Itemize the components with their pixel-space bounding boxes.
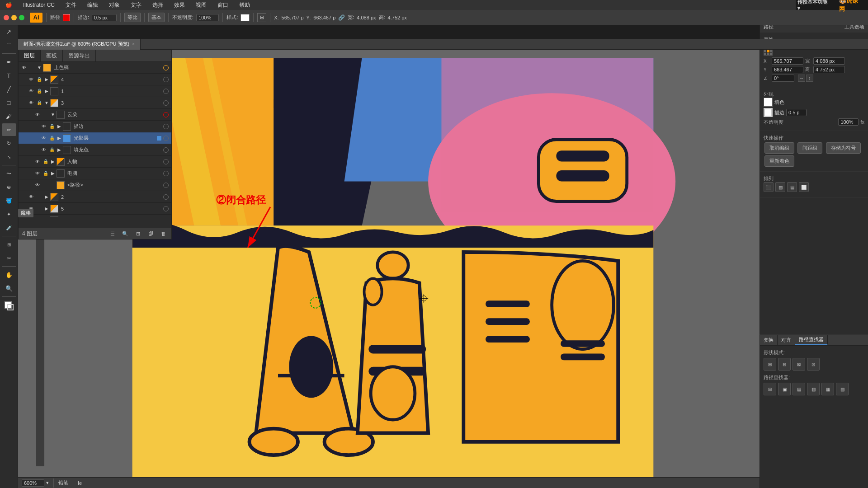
zoom-chevron[interactable]: ▾ xyxy=(46,480,49,486)
menu-edit[interactable]: 编辑 xyxy=(85,0,100,10)
style-btn[interactable]: 基本 xyxy=(148,13,165,22)
angle-field[interactable] xyxy=(772,75,794,82)
layer-expand-icon[interactable] xyxy=(50,182,56,189)
layer-item[interactable]: 👁 <路径> xyxy=(19,179,171,191)
menu-window[interactable]: 窗口 xyxy=(216,0,230,10)
x-field[interactable] xyxy=(772,57,803,65)
tab-asset-export[interactable]: 资源导出 xyxy=(63,50,96,61)
zoom-btn[interactable]: 🔍 xyxy=(2,282,16,295)
menu-select[interactable]: 选择 xyxy=(151,0,165,10)
minus-back-btn[interactable]: ▧ xyxy=(836,383,849,395)
hand-btn[interactable]: ✋ xyxy=(2,268,16,281)
fx-label[interactable]: fx xyxy=(860,119,864,125)
lasso-tool-btn[interactable]: ⌒ xyxy=(2,39,16,52)
zoom-input[interactable] xyxy=(22,479,44,487)
layer-item[interactable]: 👁 ▶ 2 xyxy=(19,191,171,203)
layer-vis-icon[interactable]: 👁 xyxy=(28,99,35,107)
layer-vis-icon[interactable]: 👁 xyxy=(40,123,47,130)
menu-object[interactable]: 对象 xyxy=(107,0,122,10)
color-swatches[interactable] xyxy=(3,300,15,312)
layer-vis-icon[interactable]: 👁 xyxy=(34,182,41,189)
direct-selection-tool-btn[interactable]: ↗ xyxy=(2,25,16,38)
w-field[interactable] xyxy=(813,57,845,65)
arrange-back-btn[interactable]: ⬜ xyxy=(799,182,809,192)
warp-tool-btn[interactable]: 〜 xyxy=(2,167,16,180)
menu-effect[interactable]: 效果 xyxy=(172,0,187,10)
layer-delete-btn[interactable]: 🗑 xyxy=(159,230,168,238)
layer-item[interactable]: 👁 🔒 ▶ 描边 xyxy=(19,121,171,132)
layer-item[interactable]: 👁 🔒 ▶ 填充色 xyxy=(19,144,171,156)
br-tab-pathfinder[interactable]: 路径查找器 xyxy=(795,335,828,345)
br-tab-transform[interactable]: 变换 xyxy=(760,335,778,345)
layer-add-btn[interactable]: 🗐 xyxy=(146,230,155,238)
shape-builder-btn[interactable]: ⊕ xyxy=(2,181,16,193)
h-field[interactable] xyxy=(813,66,845,73)
slice-btn[interactable]: ✂ xyxy=(2,252,16,264)
menu-help[interactable]: 帮助 xyxy=(237,0,252,10)
flip-h-btn[interactable]: ↔ xyxy=(798,75,805,82)
opacity-field[interactable] xyxy=(838,118,859,126)
minimize-window-btn[interactable] xyxy=(11,15,17,20)
layer-vis-icon[interactable]: 👁 xyxy=(40,135,47,142)
tab-layers[interactable]: 图层 xyxy=(19,50,41,61)
align-btn[interactable]: 等比 xyxy=(124,13,141,22)
arrange-backward-btn[interactable]: ▤ xyxy=(787,182,797,192)
grid-btn[interactable]: ⊞ xyxy=(257,13,266,22)
menu-text[interactable]: 文字 xyxy=(129,0,143,10)
layer-vis-icon[interactable]: 👁 xyxy=(28,76,35,83)
document-tab[interactable]: 封面-演示源文件2.ai* @ 600% (RGB/GPU 预览) × xyxy=(18,39,141,50)
search-layer-btn[interactable]: 🔍 xyxy=(121,230,130,238)
minus-front-btn[interactable]: ⊟ xyxy=(778,358,791,371)
layer-expand-icon[interactable]: ▶ xyxy=(57,146,62,154)
trim-btn[interactable]: ▣ xyxy=(778,383,791,395)
flip-v-btn[interactable]: ↕ xyxy=(806,75,813,82)
artboard-btn[interactable]: ⊞ xyxy=(2,238,16,251)
menu-view[interactable]: 视图 xyxy=(194,0,208,10)
stroke-field[interactable] xyxy=(786,109,807,116)
layer-expand-icon[interactable]: ▶ xyxy=(44,76,49,83)
eyedropper-btn[interactable]: 💉 xyxy=(2,221,16,234)
y-field[interactable] xyxy=(772,66,803,73)
paintbrush-tool-btn[interactable]: 🖌 xyxy=(2,110,16,122)
layer-item[interactable]: 👁 🔒 ▶ 人物 xyxy=(19,156,171,168)
scale-tool-btn[interactable]: ⤡ xyxy=(2,150,16,163)
fill-swatch[interactable] xyxy=(764,98,773,107)
divide-btn[interactable]: ⊟ xyxy=(764,383,776,395)
create-new-layer-btn[interactable]: ☰ xyxy=(108,230,117,238)
tab-artboard[interactable]: 画板 xyxy=(41,50,63,61)
layer-vis-icon[interactable]: 👁 xyxy=(28,88,35,95)
opacity-input[interactable] xyxy=(196,14,219,21)
layer-item-selected[interactable]: 👁 🔒 ▶ 光影层 xyxy=(19,132,171,144)
layer-expand-icon[interactable]: ▶ xyxy=(50,170,56,177)
spacing-btn[interactable]: 间距组 xyxy=(797,142,822,154)
layer-vis-icon[interactable]: 👁 xyxy=(34,158,41,165)
layer-item[interactable]: 👁 ▶ 5 xyxy=(19,203,171,215)
layer-expand-icon[interactable]: ▼ xyxy=(50,111,56,118)
layer-expand-icon[interactable]: ▼ xyxy=(37,64,42,71)
style-swatch[interactable] xyxy=(241,14,250,21)
layer-vis-icon[interactable]: 👁 xyxy=(34,170,41,177)
arrange-front-btn[interactable]: ⬛ xyxy=(764,182,774,192)
layer-vis-icon[interactable]: 👁 xyxy=(40,146,47,154)
menu-file[interactable]: 文件 xyxy=(64,0,78,10)
tab-close-btn[interactable]: × xyxy=(132,42,135,47)
layer-expand-icon[interactable]: ▶ xyxy=(44,205,49,212)
type-tool-btn[interactable]: T xyxy=(2,69,16,82)
layer-item[interactable]: 👁 🔒 ▶ 电脑 xyxy=(19,168,171,179)
pen-tool-btn[interactable]: ✒ xyxy=(2,56,16,68)
layer-expand-icon[interactable]: ▶ xyxy=(50,158,56,165)
layer-vis-icon[interactable]: 👁 xyxy=(28,193,35,201)
ungroup-btn[interactable]: 取消编组 xyxy=(764,142,794,154)
layer-options-btn[interactable]: ⊞ xyxy=(133,230,142,238)
feature-select[interactable]: 传授基本功能 ▾ xyxy=(796,0,832,12)
rotate-tool-btn[interactable]: ↻ xyxy=(2,137,16,150)
pencil-tool-btn active[interactable]: ✏ xyxy=(2,123,16,136)
layer-vis-icon[interactable]: 👁 xyxy=(34,111,41,118)
apple-menu[interactable]: 🍎 xyxy=(4,1,14,9)
maximize-window-btn[interactable] xyxy=(19,15,24,20)
layer-item[interactable]: 👁 🔒 ▼ 3 xyxy=(19,97,171,109)
app-name[interactable]: Illustrator CC xyxy=(21,1,57,9)
layer-item[interactable]: 👁 ▼ 云朵 xyxy=(19,109,171,121)
recolor-btn[interactable]: 重新着色 xyxy=(764,155,794,167)
stroke-value-input[interactable] xyxy=(92,14,117,21)
